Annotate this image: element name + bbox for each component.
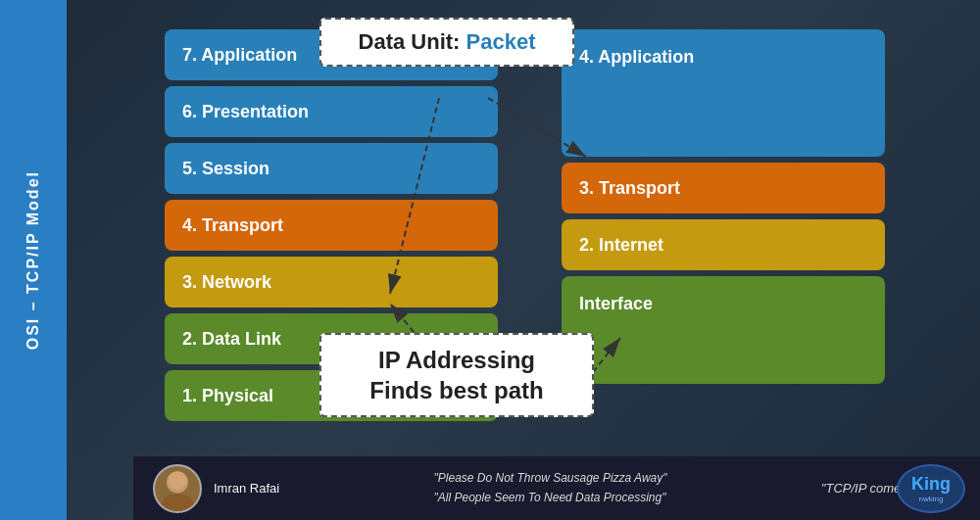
tcpip-layer-2: 2. Internet (562, 219, 885, 270)
osi-layer-5: 5. Session (165, 143, 498, 194)
tcpip-column: 4. Application 3. Transport 2. Internet … (562, 29, 885, 390)
presenter-section: Imran Rafai (153, 464, 279, 513)
tcpip-layer-4: 4. Application (562, 29, 885, 157)
mnemonic-section: "Please Do Not Throw Sausage Pizza Away"… (434, 469, 667, 506)
avatar (153, 464, 202, 513)
slide: OSI – TCP/IP Model 7. Application 6. Pre… (0, 0, 980, 520)
svg-point-7 (169, 471, 186, 489)
osi-layer-4: 4. Transport (165, 200, 498, 251)
ip-addressing-tooltip: IP Addressing Finds best path (319, 333, 594, 417)
main-content: 7. Application 6. Presentation 5. Sessio… (67, 0, 980, 520)
osi-layer-6: 6. Presentation (165, 86, 498, 137)
mnemonic-1: "Please Do Not Throw Sausage Pizza Away" (434, 469, 667, 488)
vertical-title-text: OSI – TCP/IP Model (24, 170, 42, 350)
mnemonic-2: "All People Seem To Need Data Processing… (434, 489, 667, 507)
tcpip-layer-1: Interface (562, 276, 885, 384)
bottom-bar: Imran Rafai "Please Do Not Throw Sausage… (133, 456, 980, 520)
king-sub: nwking (919, 495, 944, 503)
data-unit-value: Packet (466, 29, 536, 54)
king-text: King (911, 474, 951, 495)
king-logo: King nwking (892, 461, 970, 515)
data-unit-tooltip: Data Unit: Packet (319, 18, 574, 67)
svg-point-6 (161, 494, 193, 511)
osi-layer-3: 3. Network (165, 257, 498, 307)
presenter-name: Imran Rafai (214, 481, 279, 496)
king-circle: King nwking (897, 464, 965, 513)
ip-line1: IP Addressing Finds best path (337, 345, 576, 405)
vertical-title-bar: OSI – TCP/IP Model (0, 0, 67, 520)
tcpip-layer-3: 3. Transport (562, 163, 885, 213)
data-unit-prefix: Data Unit: (359, 29, 466, 54)
